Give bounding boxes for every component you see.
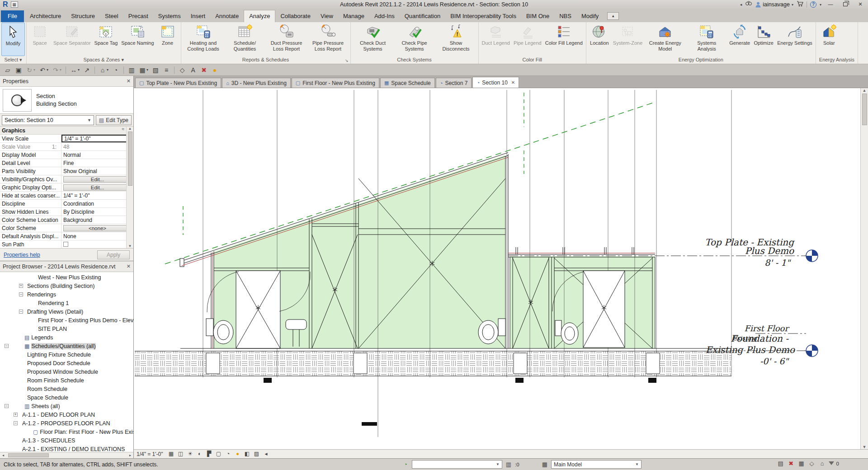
browser-horizontal-scrollbar[interactable]: ◂▸	[0, 452, 133, 458]
browser-item-room-finish-schedule[interactable]: Room Finish Schedule	[0, 376, 133, 385]
browser-item-room-schedule[interactable]: Room Schedule	[0, 385, 133, 393]
show-crop-region-icon[interactable]: ▢	[215, 451, 223, 458]
crop-view-icon[interactable]: ▛	[205, 451, 213, 458]
select-links-toggle[interactable]: ✖	[787, 460, 795, 467]
reveal-hidden-elements-icon[interactable]: ●	[234, 451, 242, 458]
collapse-search-icon[interactable]: ◂	[740, 1, 742, 8]
collapse-icon[interactable]: −	[19, 310, 23, 314]
section-10-drawing[interactable]: Top Plate - Existing Plus Demo 8' - 1" F…	[134, 88, 860, 450]
space-naming-button[interactable]: Space Naming	[119, 23, 156, 56]
properties-close-icon[interactable]: ✕	[127, 78, 131, 84]
ribbon-tab-steel[interactable]: Steel	[100, 10, 123, 22]
ribbon-display-toggle[interactable]: ▲	[607, 12, 619, 20]
ribbon-tab-nbs[interactable]: NBS	[554, 10, 576, 22]
design-options-icon[interactable]: ▦	[541, 461, 549, 468]
ribbon-tab-file[interactable]: File	[1, 10, 24, 22]
restore-button[interactable]	[840, 1, 851, 8]
collapse-icon[interactable]: −	[5, 344, 9, 348]
detail-level-icon[interactable]: ▦	[167, 451, 175, 458]
browser-item-west-new-plus-existing[interactable]: West - New Plus Existing	[0, 273, 133, 282]
account-menu[interactable]: iainsavage ▾	[755, 1, 793, 8]
property-value[interactable]: Edit...	[61, 183, 133, 191]
scroll-down-icon[interactable]: ▼	[863, 445, 867, 449]
browser-item-rendering-1[interactable]: Rendering 1	[0, 299, 133, 307]
editable-only-icon[interactable]: ▥	[505, 461, 513, 468]
sun-path-checkbox[interactable]	[63, 242, 68, 247]
browser-item-a-1-1-demo-floor-plan[interactable]: +A-1.1 - DEMO FLOOR PLAN	[0, 410, 133, 419]
ribbon-tab-modify[interactable]: Modify	[576, 10, 604, 22]
close-hidden-windows-icon[interactable]: ▥	[127, 66, 137, 75]
browser-item-proposed-window-schedule[interactable]: Proposed Window Schedule	[0, 367, 133, 376]
worksets-icon[interactable]: ◔	[401, 461, 410, 468]
browser-item-space-schedule[interactable]: Space Schedule	[0, 393, 133, 402]
ribbon-tab-add-ins[interactable]: Add-Ins	[369, 10, 400, 22]
panel-caption-select[interactable]: Select ▾	[0, 56, 26, 64]
property-value[interactable]	[61, 240, 133, 248]
default-3d-view-icon[interactable]: ⌂▾	[98, 66, 110, 75]
browser-item-sheets-all[interactable]: −▥Sheets (all)	[0, 402, 133, 410]
properties-help-link[interactable]: Properties help	[4, 252, 40, 258]
ribbon-tab-bim-interoperability-tools[interactable]: BIM Interoperability Tools	[445, 10, 521, 22]
ribbon-tab-precast[interactable]: Precast	[123, 10, 153, 22]
design-options-combo[interactable]: Main Model ▼	[551, 460, 642, 469]
check-pipe-systems-button[interactable]: Check Pipe Systems	[394, 23, 435, 56]
copy-icon[interactable]: ▧	[151, 66, 160, 75]
ribbon-tab-collaborate[interactable]: Collaborate	[275, 10, 316, 22]
temporary-hide-isolate-icon[interactable]: ◔	[224, 451, 232, 458]
temporary-view-properties-icon[interactable]: ◧	[243, 451, 251, 458]
collapse-icon[interactable]: −	[19, 292, 23, 296]
pipe-pressure-loss-report-button[interactable]: Pipe Pressure Loss Report	[307, 23, 349, 56]
property-value[interactable]: 1/4" = 1'-0"	[61, 192, 133, 199]
help-icon[interactable]: ?	[810, 1, 816, 8]
active-workset-combo[interactable]: ▼	[412, 460, 502, 469]
expand-icon[interactable]: +	[14, 413, 18, 417]
browser-item-a-1-2-proposed-floor-plan[interactable]: −A-1.2 - PROPOSED FLOOR PLAN	[0, 419, 133, 428]
property-value[interactable]: None	[61, 232, 133, 240]
level-head-top[interactable]	[806, 250, 818, 262]
section-icon[interactable]: ◔	[111, 66, 121, 75]
browser-item-sections-building-section[interactable]: +Sections (Building Section)	[0, 282, 133, 290]
scroll-up-icon[interactable]: ▲	[863, 88, 867, 93]
generate-button[interactable]: Generate	[727, 23, 752, 56]
ribbon-tab-analyze[interactable]: Analyze	[244, 10, 275, 22]
drawing-area[interactable]: Top Plate - Existing Plus Demo 8' - 1" F…	[134, 88, 868, 449]
close-view-icon[interactable]: ✕	[511, 80, 515, 85]
browser-item-a-2-1-existing-demo-elevations[interactable]: A-2.1 - EXISTING / DEMO ELEVATIONS	[0, 445, 133, 452]
property-value[interactable]: Normal	[61, 151, 133, 159]
analytical-model-icon[interactable]: ▨	[253, 451, 261, 458]
shadows-icon[interactable]: ◐	[196, 451, 204, 458]
aligned-dimension-icon[interactable]: ↗	[82, 66, 92, 75]
minimize-button[interactable]: —	[825, 1, 836, 8]
undo-icon[interactable]: ↶▾	[38, 66, 50, 75]
collapse-icon[interactable]: −	[5, 404, 9, 408]
browser-item-renderings[interactable]: −Renderings	[0, 290, 133, 299]
ribbon-tab-annotate[interactable]: Annotate	[210, 10, 244, 22]
drag-on-selection-toggle[interactable]: ⌂	[818, 460, 826, 467]
space-tag-button[interactable]: 1Space Tag	[93, 23, 120, 56]
level-annotations[interactable]: Top Plate - Existing Plus Demo 8' - 1" F…	[705, 237, 795, 366]
ribbon-tab-architecture[interactable]: Architecture	[25, 10, 66, 22]
close-button[interactable]: ✕	[854, 1, 866, 8]
tag-by-category-icon[interactable]: ◇	[177, 66, 187, 75]
sun-path-icon[interactable]: ☀	[186, 451, 194, 458]
browser-item-proposed-door-schedule[interactable]: Proposed Door Schedule	[0, 359, 133, 367]
browser-item-first-floor-existing-plus-demo-elevatio[interactable]: First Floor - Existing Plus Demo - Eleva…	[0, 316, 133, 324]
energy-settings-button[interactable]: Energy Settings	[775, 23, 814, 56]
select-underlay-toggle[interactable]: ◇	[808, 460, 816, 467]
save-icon[interactable]: ▣	[14, 66, 24, 75]
select-pinned-toggle[interactable]: ▦	[797, 460, 806, 467]
property-value[interactable]: Coordination	[61, 200, 133, 207]
browser-item-site-plan[interactable]: SITE PLAN	[0, 324, 133, 333]
project-browser-close-icon[interactable]: ✕	[127, 263, 131, 269]
view-scale-control[interactable]: 1/4" = 1'-0"	[137, 451, 163, 457]
apply-button[interactable]: Apply	[97, 250, 130, 259]
ribbon-tab-bim-one[interactable]: BIM One	[521, 10, 554, 22]
view-tab-top-plate-new-plus-existing[interactable]: ▢Top Plate - New Plus Existing	[135, 78, 221, 88]
view-tab-space-schedule[interactable]: ▦Space Schedule	[380, 78, 435, 88]
ribbon-tab-view[interactable]: View	[316, 10, 338, 22]
measure-icon[interactable]: ↔▾	[69, 66, 81, 75]
browser-item-drafting-views-detail[interactable]: −Drafting Views (Detail)	[0, 307, 133, 316]
heating-and-cooling-loads-button[interactable]: Heating and Cooling Loads	[183, 23, 224, 56]
type-selector[interactable]: Section Building Section	[0, 87, 133, 114]
property-value[interactable]: Background	[61, 216, 133, 224]
